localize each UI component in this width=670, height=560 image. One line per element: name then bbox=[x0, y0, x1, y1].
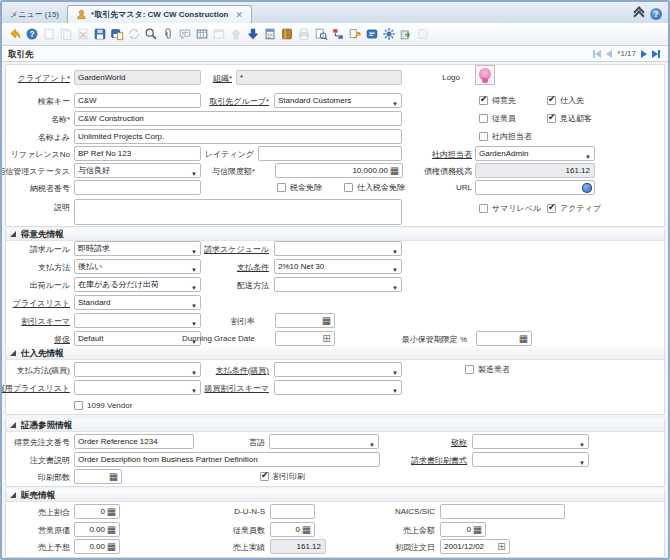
description-textarea[interactable] bbox=[74, 199, 402, 225]
archive-icon[interactable] bbox=[278, 26, 295, 43]
vendor-1099-checkbox[interactable]: 1099 Vendor bbox=[74, 400, 132, 411]
section-customer-header[interactable]: 得意先情報 bbox=[6, 228, 664, 241]
invoice-print-format-label[interactable]: 請求書印刷書式 bbox=[362, 455, 467, 465]
calculator-icon[interactable]: ▦ bbox=[301, 524, 312, 535]
undo-icon[interactable] bbox=[6, 26, 23, 43]
share-field[interactable]: 0▦ bbox=[74, 504, 120, 519]
employee-checkbox[interactable]: 従業員 bbox=[479, 113, 516, 124]
tab-business-partner[interactable]: *取引先マスタ: CW CW Construction ✕ bbox=[67, 5, 252, 23]
po-discount-schema-label[interactable]: 購買割引スキーマ bbox=[152, 383, 269, 393]
greeting-label[interactable]: 敬称 bbox=[362, 437, 467, 447]
preference-icon[interactable] bbox=[210, 26, 227, 43]
invoice-schedule-label[interactable]: 請求スケジュール bbox=[152, 244, 269, 254]
first-record-button[interactable] bbox=[593, 50, 601, 58]
collapse-header-icon[interactable] bbox=[633, 9, 644, 19]
calculator-icon[interactable]: ▦ bbox=[518, 333, 529, 344]
url-field[interactable] bbox=[475, 180, 595, 195]
save-create-icon[interactable] bbox=[108, 26, 125, 43]
record-info-icon[interactable] bbox=[312, 26, 329, 43]
section-docref-header[interactable]: 証憑参照情報 bbox=[6, 419, 664, 432]
order-description-field[interactable]: Order Description from Business Partner … bbox=[74, 452, 380, 467]
copy-record-icon[interactable] bbox=[57, 26, 74, 43]
vendor-checkbox[interactable]: 仕入先 bbox=[547, 95, 584, 106]
calculator-icon[interactable]: ▦ bbox=[321, 315, 332, 326]
save-icon[interactable] bbox=[91, 26, 108, 43]
refresh-icon[interactable] bbox=[125, 26, 142, 43]
rating-field[interactable] bbox=[258, 146, 402, 161]
next-record-button[interactable] bbox=[641, 50, 647, 58]
parent-record-icon[interactable] bbox=[227, 26, 244, 43]
name2-field[interactable]: Unlimited Projects Corp. bbox=[74, 129, 402, 144]
calculator-icon[interactable]: ▦ bbox=[106, 524, 117, 535]
greeting-select[interactable]: ▼ bbox=[472, 434, 589, 449]
payment-term-label[interactable]: 支払条件 bbox=[152, 262, 269, 272]
workflow-icon[interactable] bbox=[329, 26, 346, 43]
print-icon[interactable] bbox=[295, 26, 312, 43]
find-icon[interactable] bbox=[142, 26, 159, 43]
delete-record-icon[interactable] bbox=[74, 26, 91, 43]
price-list-label[interactable]: プライスリスト bbox=[0, 298, 70, 308]
globe-icon[interactable] bbox=[582, 183, 592, 193]
naics-field[interactable] bbox=[440, 504, 565, 519]
chat-icon[interactable] bbox=[176, 26, 193, 43]
po-discount-schema-select[interactable]: ▼ bbox=[274, 380, 402, 395]
sales-rep-select[interactable]: GardenAdmin▼ bbox=[475, 146, 595, 161]
section-sales-header[interactable]: 販売情報 bbox=[6, 489, 664, 502]
export-icon[interactable] bbox=[397, 26, 414, 43]
calculator-icon[interactable]: ▦ bbox=[106, 506, 117, 517]
report-icon[interactable] bbox=[261, 26, 278, 43]
attachment-icon[interactable] bbox=[159, 26, 176, 43]
tax-id-field[interactable] bbox=[74, 180, 201, 195]
delivery-via-select[interactable]: ▼ bbox=[274, 277, 402, 292]
sales-rep-label[interactable]: 社内担当者 bbox=[402, 149, 472, 159]
last-record-button[interactable] bbox=[652, 50, 660, 58]
po-payment-term-select[interactable]: ▼ bbox=[274, 362, 402, 377]
po-tax-exempt-checkbox[interactable]: 仕入税金免除 bbox=[344, 182, 405, 193]
detail-record-icon[interactable] bbox=[244, 26, 261, 43]
calendar-icon[interactable]: ⊞ bbox=[496, 541, 507, 552]
tab-menu[interactable]: メニュー (15) bbox=[2, 6, 67, 23]
bp-group-select[interactable]: Standard Customers▼ bbox=[274, 93, 402, 108]
invoice-schedule-select[interactable]: ▼ bbox=[274, 241, 402, 256]
calculator-icon[interactable]: ▦ bbox=[106, 541, 117, 552]
min-shelf-life-field[interactable]: ▦ bbox=[476, 331, 532, 346]
help-icon[interactable]: ? bbox=[650, 8, 662, 20]
flat-discount-field[interactable]: ▦ bbox=[275, 313, 335, 328]
customer-checkbox[interactable]: 得意先 bbox=[479, 95, 516, 106]
discount-schema-label[interactable]: 割引スキーマ bbox=[0, 316, 70, 326]
employees-field[interactable]: 0▦ bbox=[270, 522, 315, 537]
price-list-select[interactable]: Standard▼ bbox=[74, 295, 201, 310]
duns-field[interactable] bbox=[270, 504, 315, 519]
section-vendor-header[interactable]: 仕入先情報 bbox=[6, 347, 664, 360]
calendar-icon[interactable]: ⊞ bbox=[321, 333, 332, 344]
po-price-list-label[interactable]: 購買用プライスリスト bbox=[0, 383, 70, 393]
po-payment-term-label[interactable]: 支払条件(購買) bbox=[152, 365, 269, 375]
tax-exempt-checkbox[interactable]: 税金免除 bbox=[277, 182, 322, 193]
summary-checkbox[interactable]: サマリレベル bbox=[479, 203, 541, 214]
request-icon[interactable] bbox=[363, 26, 380, 43]
dunning-label[interactable]: 督促 bbox=[0, 334, 70, 344]
invoice-print-format-select[interactable]: ▼ bbox=[472, 452, 589, 467]
salesrep-checkbox[interactable]: 社内担当者 bbox=[479, 131, 532, 142]
previous-record-button[interactable] bbox=[606, 50, 612, 58]
client-label[interactable]: クライアント* bbox=[0, 73, 70, 83]
active-checkbox[interactable]: アクティブ bbox=[547, 203, 601, 214]
close-tab-icon[interactable]: ✕ bbox=[235, 10, 243, 20]
document-copies-field[interactable]: ▦ bbox=[74, 469, 122, 484]
bp-group-label[interactable]: 取引先グループ* bbox=[152, 96, 269, 106]
name-field[interactable]: C&W Construction bbox=[74, 111, 402, 126]
new-record-icon[interactable] bbox=[40, 26, 57, 43]
help-icon[interactable]: ? bbox=[23, 26, 40, 43]
first-sale-field[interactable]: 2001/12/02⊞ bbox=[440, 539, 510, 554]
discount-printed-checkbox[interactable]: 割引印刷 bbox=[260, 471, 305, 482]
logo-image[interactable] bbox=[475, 65, 495, 85]
zoom-across-icon[interactable] bbox=[346, 26, 363, 43]
grid-toggle-icon[interactable] bbox=[193, 26, 210, 43]
prospect-checkbox[interactable]: 見込顧客 bbox=[547, 113, 592, 124]
calculator-icon[interactable]: ▦ bbox=[108, 471, 119, 482]
manufacturer-checkbox[interactable]: 製造業者 bbox=[465, 364, 510, 375]
process-icon[interactable] bbox=[380, 26, 397, 43]
dunning-grace-field[interactable]: ⊞ bbox=[275, 331, 335, 346]
post-icon[interactable] bbox=[414, 26, 431, 43]
calculator-icon[interactable]: ▦ bbox=[472, 524, 483, 535]
